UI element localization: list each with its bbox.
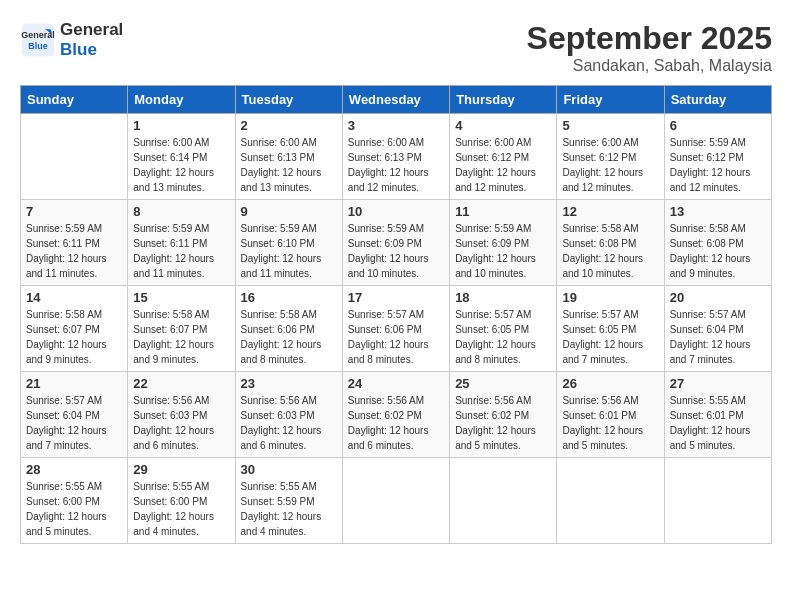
- day-info: Sunrise: 5:58 AMSunset: 6:07 PMDaylight:…: [133, 307, 229, 367]
- day-info: Sunrise: 6:00 AMSunset: 6:14 PMDaylight:…: [133, 135, 229, 195]
- day-number: 13: [670, 204, 766, 219]
- day-number: 9: [241, 204, 337, 219]
- day-number: 14: [26, 290, 122, 305]
- day-cell: 15Sunrise: 5:58 AMSunset: 6:07 PMDayligh…: [128, 286, 235, 372]
- day-number: 16: [241, 290, 337, 305]
- day-cell: 12Sunrise: 5:58 AMSunset: 6:08 PMDayligh…: [557, 200, 664, 286]
- day-number: 1: [133, 118, 229, 133]
- day-cell: 24Sunrise: 5:56 AMSunset: 6:02 PMDayligh…: [342, 372, 449, 458]
- day-info: Sunrise: 5:59 AMSunset: 6:10 PMDaylight:…: [241, 221, 337, 281]
- col-sunday: Sunday: [21, 86, 128, 114]
- week-row-4: 21Sunrise: 5:57 AMSunset: 6:04 PMDayligh…: [21, 372, 772, 458]
- day-number: 24: [348, 376, 444, 391]
- day-cell: 23Sunrise: 5:56 AMSunset: 6:03 PMDayligh…: [235, 372, 342, 458]
- day-cell: [21, 114, 128, 200]
- day-cell: 2Sunrise: 6:00 AMSunset: 6:13 PMDaylight…: [235, 114, 342, 200]
- day-cell: [450, 458, 557, 544]
- day-info: Sunrise: 5:58 AMSunset: 6:08 PMDaylight:…: [670, 221, 766, 281]
- day-info: Sunrise: 5:55 AMSunset: 5:59 PMDaylight:…: [241, 479, 337, 539]
- calendar-subtitle: Sandakan, Sabah, Malaysia: [527, 57, 772, 75]
- day-number: 6: [670, 118, 766, 133]
- day-number: 12: [562, 204, 658, 219]
- day-cell: [342, 458, 449, 544]
- day-number: 22: [133, 376, 229, 391]
- day-info: Sunrise: 5:55 AMSunset: 6:00 PMDaylight:…: [133, 479, 229, 539]
- day-cell: 3Sunrise: 6:00 AMSunset: 6:13 PMDaylight…: [342, 114, 449, 200]
- day-info: Sunrise: 5:56 AMSunset: 6:01 PMDaylight:…: [562, 393, 658, 453]
- day-number: 17: [348, 290, 444, 305]
- col-saturday: Saturday: [664, 86, 771, 114]
- day-number: 8: [133, 204, 229, 219]
- week-row-2: 7Sunrise: 5:59 AMSunset: 6:11 PMDaylight…: [21, 200, 772, 286]
- day-cell: 16Sunrise: 5:58 AMSunset: 6:06 PMDayligh…: [235, 286, 342, 372]
- day-number: 19: [562, 290, 658, 305]
- logo: General Blue General Blue: [20, 20, 123, 61]
- day-info: Sunrise: 6:00 AMSunset: 6:13 PMDaylight:…: [348, 135, 444, 195]
- day-info: Sunrise: 5:57 AMSunset: 6:04 PMDaylight:…: [670, 307, 766, 367]
- svg-text:Blue: Blue: [28, 41, 48, 51]
- page-header: General Blue General Blue September 2025…: [20, 20, 772, 75]
- day-info: Sunrise: 6:00 AMSunset: 6:12 PMDaylight:…: [455, 135, 551, 195]
- day-cell: 5Sunrise: 6:00 AMSunset: 6:12 PMDaylight…: [557, 114, 664, 200]
- calendar-table: Sunday Monday Tuesday Wednesday Thursday…: [20, 85, 772, 544]
- day-number: 25: [455, 376, 551, 391]
- day-info: Sunrise: 5:58 AMSunset: 6:07 PMDaylight:…: [26, 307, 122, 367]
- day-number: 5: [562, 118, 658, 133]
- day-info: Sunrise: 5:58 AMSunset: 6:08 PMDaylight:…: [562, 221, 658, 281]
- day-cell: 17Sunrise: 5:57 AMSunset: 6:06 PMDayligh…: [342, 286, 449, 372]
- col-wednesday: Wednesday: [342, 86, 449, 114]
- day-info: Sunrise: 5:58 AMSunset: 6:06 PMDaylight:…: [241, 307, 337, 367]
- day-number: 11: [455, 204, 551, 219]
- day-info: Sunrise: 5:59 AMSunset: 6:11 PMDaylight:…: [26, 221, 122, 281]
- day-info: Sunrise: 5:59 AMSunset: 6:12 PMDaylight:…: [670, 135, 766, 195]
- day-number: 23: [241, 376, 337, 391]
- day-info: Sunrise: 6:00 AMSunset: 6:13 PMDaylight:…: [241, 135, 337, 195]
- day-number: 3: [348, 118, 444, 133]
- col-tuesday: Tuesday: [235, 86, 342, 114]
- day-number: 30: [241, 462, 337, 477]
- day-cell: 19Sunrise: 5:57 AMSunset: 6:05 PMDayligh…: [557, 286, 664, 372]
- day-number: 21: [26, 376, 122, 391]
- week-row-1: 1Sunrise: 6:00 AMSunset: 6:14 PMDaylight…: [21, 114, 772, 200]
- day-number: 28: [26, 462, 122, 477]
- day-number: 20: [670, 290, 766, 305]
- day-cell: 1Sunrise: 6:00 AMSunset: 6:14 PMDaylight…: [128, 114, 235, 200]
- col-thursday: Thursday: [450, 86, 557, 114]
- day-cell: 21Sunrise: 5:57 AMSunset: 6:04 PMDayligh…: [21, 372, 128, 458]
- day-number: 29: [133, 462, 229, 477]
- day-cell: 11Sunrise: 5:59 AMSunset: 6:09 PMDayligh…: [450, 200, 557, 286]
- day-cell: 14Sunrise: 5:58 AMSunset: 6:07 PMDayligh…: [21, 286, 128, 372]
- day-number: 26: [562, 376, 658, 391]
- day-info: Sunrise: 5:55 AMSunset: 6:01 PMDaylight:…: [670, 393, 766, 453]
- week-row-5: 28Sunrise: 5:55 AMSunset: 6:00 PMDayligh…: [21, 458, 772, 544]
- day-number: 27: [670, 376, 766, 391]
- day-info: Sunrise: 5:57 AMSunset: 6:04 PMDaylight:…: [26, 393, 122, 453]
- day-cell: [557, 458, 664, 544]
- day-info: Sunrise: 5:59 AMSunset: 6:11 PMDaylight:…: [133, 221, 229, 281]
- day-number: 2: [241, 118, 337, 133]
- day-info: Sunrise: 5:57 AMSunset: 6:05 PMDaylight:…: [562, 307, 658, 367]
- day-cell: 8Sunrise: 5:59 AMSunset: 6:11 PMDaylight…: [128, 200, 235, 286]
- day-info: Sunrise: 5:56 AMSunset: 6:02 PMDaylight:…: [455, 393, 551, 453]
- title-block: September 2025 Sandakan, Sabah, Malaysia: [527, 20, 772, 75]
- header-row: Sunday Monday Tuesday Wednesday Thursday…: [21, 86, 772, 114]
- logo-line2: Blue: [60, 40, 123, 60]
- day-info: Sunrise: 5:59 AMSunset: 6:09 PMDaylight:…: [348, 221, 444, 281]
- day-cell: 20Sunrise: 5:57 AMSunset: 6:04 PMDayligh…: [664, 286, 771, 372]
- day-cell: 29Sunrise: 5:55 AMSunset: 6:00 PMDayligh…: [128, 458, 235, 544]
- day-cell: 25Sunrise: 5:56 AMSunset: 6:02 PMDayligh…: [450, 372, 557, 458]
- day-info: Sunrise: 5:57 AMSunset: 6:05 PMDaylight:…: [455, 307, 551, 367]
- calendar-title: September 2025: [527, 20, 772, 57]
- day-cell: 6Sunrise: 5:59 AMSunset: 6:12 PMDaylight…: [664, 114, 771, 200]
- day-cell: 26Sunrise: 5:56 AMSunset: 6:01 PMDayligh…: [557, 372, 664, 458]
- day-cell: 30Sunrise: 5:55 AMSunset: 5:59 PMDayligh…: [235, 458, 342, 544]
- week-row-3: 14Sunrise: 5:58 AMSunset: 6:07 PMDayligh…: [21, 286, 772, 372]
- day-cell: 27Sunrise: 5:55 AMSunset: 6:01 PMDayligh…: [664, 372, 771, 458]
- day-info: Sunrise: 5:59 AMSunset: 6:09 PMDaylight:…: [455, 221, 551, 281]
- day-cell: 9Sunrise: 5:59 AMSunset: 6:10 PMDaylight…: [235, 200, 342, 286]
- day-number: 7: [26, 204, 122, 219]
- day-cell: 7Sunrise: 5:59 AMSunset: 6:11 PMDaylight…: [21, 200, 128, 286]
- day-info: Sunrise: 5:56 AMSunset: 6:02 PMDaylight:…: [348, 393, 444, 453]
- day-number: 18: [455, 290, 551, 305]
- day-cell: 28Sunrise: 5:55 AMSunset: 6:00 PMDayligh…: [21, 458, 128, 544]
